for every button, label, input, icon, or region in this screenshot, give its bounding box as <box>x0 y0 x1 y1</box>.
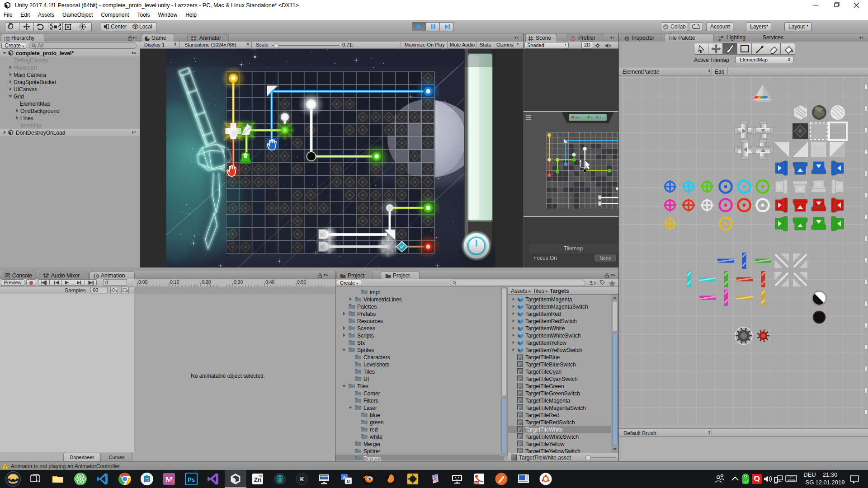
svg-text:K: K <box>300 476 304 483</box>
svg-text:Zn: Zn <box>254 476 261 483</box>
svg-text:0: 0 <box>591 116 592 119</box>
svg-text:0:10: 0:10 <box>170 279 179 285</box>
svg-text:!: ! <box>5 465 6 469</box>
svg-text:B: B <box>347 479 350 483</box>
svg-text:Focus On: Focus On <box>533 255 557 261</box>
svg-text:0:20: 0:20 <box>202 279 211 285</box>
svg-text:0:50: 0:50 <box>297 279 307 285</box>
svg-text:100: 100 <box>575 116 579 119</box>
svg-text:Ps: Ps <box>188 476 195 483</box>
svg-text:0:00: 0:00 <box>138 279 148 285</box>
svg-text:0: 0 <box>599 116 601 119</box>
svg-text:0:30: 0:30 <box>234 279 243 285</box>
svg-text:0:40: 0:40 <box>265 279 275 285</box>
svg-text:Mini: Mini <box>259 474 264 477</box>
svg-text:Tilemap: Tilemap <box>564 245 583 252</box>
svg-text:PDF: PDF <box>474 481 480 484</box>
svg-text:None: None <box>599 255 611 261</box>
